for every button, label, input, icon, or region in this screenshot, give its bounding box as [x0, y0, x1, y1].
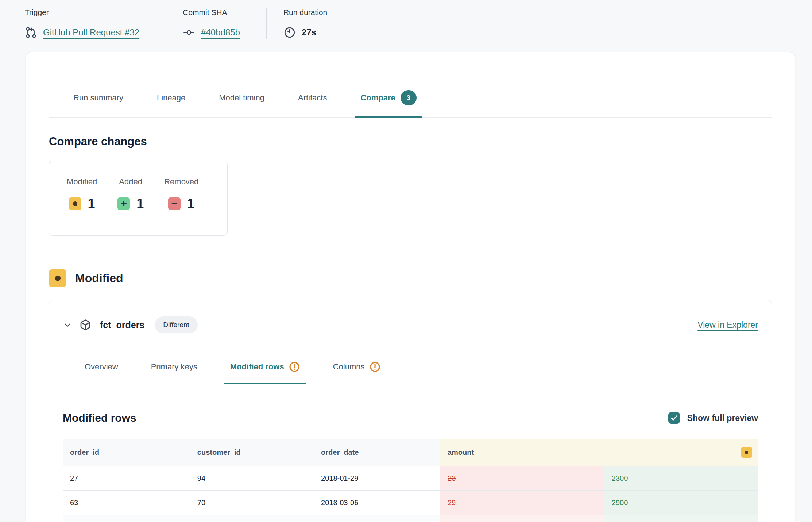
model-tab-bar: Overview Primary keys Modified rows Colu… — [63, 361, 758, 384]
table-row: 27 94 2018-01-29 23 2300 — [63, 466, 758, 490]
stat-removed-label: Removed — [164, 177, 198, 187]
column-header-customer-id: customer_id — [190, 439, 314, 466]
run-detail-card: Run summary Lineage Model timing Artifac… — [26, 52, 795, 522]
modified-rows-heading: Modified rows — [63, 412, 136, 424]
stat-removed-count: 1 — [187, 196, 194, 211]
commit-label: Commit SHA — [183, 8, 240, 17]
column-header-amount: amount — [440, 439, 604, 466]
tab-model-timing[interactable]: Model timing — [219, 90, 264, 117]
model-card-fct-orders: fct_orders Different View in Explorer Ov… — [49, 300, 772, 522]
amount-new-value: 2300 — [604, 466, 758, 490]
compare-count-badge: 3 — [401, 90, 417, 105]
show-full-preview-checkbox[interactable] — [668, 412, 680, 424]
clock-icon — [283, 26, 296, 39]
modified-rows-table: order_id customer_id order_date amount 2… — [63, 439, 758, 522]
pull-request-icon — [25, 26, 37, 39]
table-row: 63 70 2018-03-06 29 2900 — [63, 490, 758, 515]
tab-lineage[interactable]: Lineage — [157, 90, 185, 117]
removed-square-icon: − — [168, 197, 181, 210]
table-row-clipped — [63, 515, 758, 522]
column-header-order-id: order_id — [63, 439, 190, 466]
modified-square-icon — [69, 197, 81, 210]
trigger-label: Trigger — [25, 8, 139, 17]
stat-modified: Modified 1 — [67, 177, 97, 211]
amount-old-value: 23 — [440, 466, 604, 490]
added-square-icon: + — [117, 197, 130, 210]
commit-sha-link[interactable]: #40bd85b — [201, 27, 240, 38]
warning-icon — [289, 361, 300, 373]
check-icon — [670, 414, 678, 422]
stat-removed: Removed − 1 — [164, 177, 198, 211]
stat-modified-label: Modified — [67, 177, 97, 187]
tab-primary-keys[interactable]: Primary keys — [151, 361, 197, 384]
model-status-badge: Different — [155, 316, 197, 333]
stat-added: Added + 1 — [117, 177, 144, 211]
stat-added-label: Added — [119, 177, 142, 187]
show-full-preview-toggle[interactable]: Show full preview — [668, 412, 758, 424]
duration-value: 27s — [302, 27, 316, 38]
table-header-row: order_id customer_id order_date amount — [63, 439, 758, 466]
amount-new-value: 2900 — [604, 491, 758, 515]
chevron-down-icon[interactable] — [63, 320, 72, 330]
package-icon — [80, 319, 91, 331]
tab-artifacts[interactable]: Artifacts — [298, 90, 327, 117]
change-summary-card: Modified 1 Added + 1 Removed − 1 — [49, 161, 228, 236]
amount-old-value: 29 — [440, 491, 604, 515]
view-in-explorer-link[interactable]: View in Explorer — [697, 320, 758, 330]
trigger-column: Trigger GitHub Pull Request #32 — [25, 8, 166, 39]
column-header-amount-modified — [604, 439, 758, 466]
main-tab-bar: Run summary Lineage Model timing Artifac… — [49, 90, 772, 118]
amount-modified-icon — [741, 447, 752, 458]
compare-changes-heading: Compare changes — [49, 135, 772, 148]
show-full-preview-label: Show full preview — [687, 413, 758, 423]
modified-section-heading: Modified — [49, 269, 772, 287]
tab-compare[interactable]: Compare 3 — [360, 90, 416, 117]
modified-section-title: Modified — [75, 272, 123, 285]
duration-label: Run duration — [283, 8, 327, 17]
commit-column: Commit SHA #40bd85b — [166, 8, 266, 39]
modified-section-icon — [49, 269, 66, 287]
commit-icon — [183, 26, 195, 39]
stat-added-count: 1 — [136, 196, 144, 211]
tab-modified-rows[interactable]: Modified rows — [230, 361, 300, 384]
model-name: fct_orders — [100, 320, 144, 330]
trigger-link[interactable]: GitHub Pull Request #32 — [43, 27, 139, 38]
column-header-order-date: order_date — [314, 439, 440, 466]
duration-column: Run duration 27s — [266, 8, 353, 39]
tab-overview[interactable]: Overview — [85, 361, 118, 384]
stat-modified-count: 1 — [88, 196, 95, 211]
warning-icon — [369, 361, 381, 373]
tab-columns[interactable]: Columns — [333, 361, 381, 384]
tab-run-summary[interactable]: Run summary — [73, 90, 123, 117]
run-header: Trigger GitHub Pull Request #32 Commit S… — [0, 0, 812, 39]
